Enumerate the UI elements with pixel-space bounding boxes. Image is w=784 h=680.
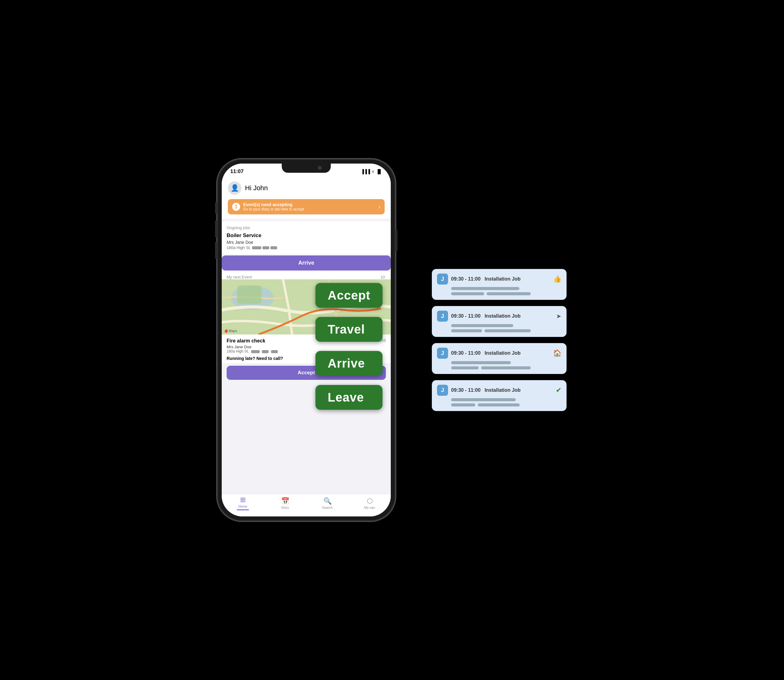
- fire-alarm-title: Fire alarm check: [226, 338, 265, 344]
- tab-home[interactable]: ⊞ Home: [222, 496, 264, 510]
- home-tab-indicator: [237, 509, 249, 510]
- next-event-time: 10:: [380, 275, 386, 279]
- status-time: 11:07: [230, 168, 244, 175]
- check-icon: ✔: [556, 386, 561, 394]
- job-card-1-header: J 09:30 - 11:00 Installation Job 👍: [437, 274, 561, 285]
- myvan-tab-label: My van: [364, 506, 375, 509]
- job-card-2-header: J 09:30 - 11:00 Installation Job ➤: [437, 311, 561, 322]
- myvan-tab-icon: ⬡: [367, 497, 373, 505]
- maps-label: 🍎 Maps: [224, 329, 237, 333]
- card-2-avatar: J: [437, 311, 448, 322]
- notif-line2: Go to your diary or tab here to accept: [243, 207, 376, 211]
- card-line-1: [451, 287, 519, 290]
- home-tab-icon: ⊞: [240, 496, 246, 504]
- card-short-5: [451, 366, 479, 369]
- redacted-1: [252, 246, 261, 249]
- tab-search[interactable]: 🔍 Search: [306, 497, 349, 509]
- card-short-2: [487, 292, 531, 295]
- card-short-3: [451, 329, 482, 332]
- redacted-6: [271, 350, 278, 353]
- job1-client: Mrs Jane Doe: [226, 240, 386, 245]
- card-short-4: [484, 329, 531, 332]
- tab-bar: ⊞ Home 📅 Diary 🔍 Search ⬡ My van: [222, 494, 391, 516]
- top-section: 👤 Hi John 1 Event(s) need accepting Go t…: [222, 177, 391, 219]
- tab-myvan[interactable]: ⬡ My van: [349, 497, 391, 509]
- user-icon: 👤: [231, 184, 239, 192]
- silent-button: [215, 202, 217, 214]
- card-line-row-2: [451, 329, 561, 332]
- card-3-lines: [437, 361, 561, 369]
- signal-icon: ▐▐▐: [361, 169, 370, 174]
- card-short-7: [451, 403, 475, 406]
- thumbsup-icon: 👍: [553, 275, 561, 283]
- card-line-row-3: [451, 366, 561, 369]
- leave-label[interactable]: Leave: [316, 385, 382, 410]
- greeting-text: Hi John: [245, 184, 268, 192]
- next-event-label: My next Event: [226, 275, 252, 279]
- card-line-row-1: [451, 292, 561, 295]
- search-tab-icon: 🔍: [324, 497, 332, 505]
- power-button: [395, 230, 397, 251]
- ongoing-jobs-label: Ongoing jobs: [226, 225, 386, 230]
- job-card-2[interactable]: J 09:30 - 11:00 Installation Job ➤: [432, 306, 567, 337]
- job-card-3-header: J 09:30 - 11:00 Installation Job 🏠: [437, 348, 561, 359]
- notif-line1: Event(s) need accepting: [243, 202, 376, 207]
- job-cards: J 09:30 - 11:00 Installation Job 👍 J 09:…: [432, 269, 567, 411]
- notification-banner[interactable]: 1 Event(s) need accepting Go to your dia…: [228, 199, 385, 214]
- next-event-row: My next Event 10:: [222, 272, 391, 279]
- card-2-time-title: 09:30 - 11:00 Installation Job: [451, 313, 553, 319]
- arrive-button[interactable]: Arrive: [222, 255, 391, 271]
- navigate-icon: ➤: [556, 312, 561, 320]
- card-2-lines: [437, 324, 561, 332]
- job1-title: Boiler Service: [226, 233, 386, 239]
- card-3-avatar: J: [437, 348, 448, 359]
- card-short-1: [451, 292, 484, 295]
- home-icon: 🏠: [553, 349, 561, 357]
- job-card-1[interactable]: J 09:30 - 11:00 Installation Job 👍: [432, 269, 567, 300]
- accept-label[interactable]: Accept: [316, 283, 382, 308]
- arrive-label[interactable]: Arrive: [316, 351, 382, 376]
- card-1-time-title: 09:30 - 11:00 Installation Job: [451, 276, 550, 282]
- action-labels: Accept Travel Arrive Leave: [316, 283, 382, 410]
- scene: 11:07 ▐▐▐ ⌗ ▐▌ 👤 Hi John: [217, 159, 567, 521]
- card-short-8: [478, 403, 520, 406]
- diary-tab-icon: 📅: [281, 497, 289, 505]
- greeting-row: 👤 Hi John: [228, 181, 385, 195]
- notch: [282, 164, 331, 173]
- avatar: 👤: [228, 181, 241, 195]
- redacted-5: [262, 350, 269, 353]
- camera: [318, 166, 322, 170]
- wifi-icon: ⌗: [372, 169, 374, 174]
- svg-rect-2: [237, 285, 262, 304]
- notif-badge: 1: [232, 203, 240, 211]
- search-tab-label: Search: [322, 506, 333, 509]
- job-card-4[interactable]: J 09:30 - 11:00 Installation Job ✔: [432, 380, 567, 411]
- status-icons: ▐▐▐ ⌗ ▐▌: [361, 169, 382, 174]
- home-tab-label: Home: [238, 504, 247, 508]
- tab-diary[interactable]: 📅 Diary: [264, 497, 306, 509]
- volume-up-button: [215, 220, 217, 238]
- card-3-time-title: 09:30 - 11:00 Installation Job: [451, 350, 550, 356]
- card-short-6: [481, 366, 531, 369]
- notif-text: Event(s) need accepting Go to your diary…: [243, 202, 376, 211]
- card-1-lines: [437, 287, 561, 295]
- travel-label[interactable]: Travel: [316, 317, 382, 342]
- redacted-3: [270, 246, 277, 249]
- job1-address: 180a High St,: [226, 246, 386, 250]
- notif-chevron-icon: ›: [379, 204, 380, 210]
- volume-down-button: [215, 242, 217, 259]
- card-4-lines: [437, 398, 561, 406]
- card-4-avatar: J: [437, 385, 448, 396]
- job-card-4-header: J 09:30 - 11:00 Installation Job ✔: [437, 385, 561, 396]
- card-line-4: [451, 398, 516, 401]
- card-4-time-title: 09:30 - 11:00 Installation Job: [451, 387, 553, 393]
- job-card-3[interactable]: J 09:30 - 11:00 Installation Job 🏠: [432, 343, 567, 374]
- card-1-avatar: J: [437, 274, 448, 285]
- diary-tab-label: Diary: [281, 506, 289, 509]
- card-line-2: [451, 324, 513, 327]
- card-line-3: [451, 361, 511, 364]
- card-line-row-4: [451, 403, 561, 406]
- redacted-2: [262, 246, 269, 249]
- redacted-4: [251, 350, 260, 353]
- ongoing-jobs-card: Ongoing jobs Boiler Service Mrs Jane Doe…: [222, 221, 391, 254]
